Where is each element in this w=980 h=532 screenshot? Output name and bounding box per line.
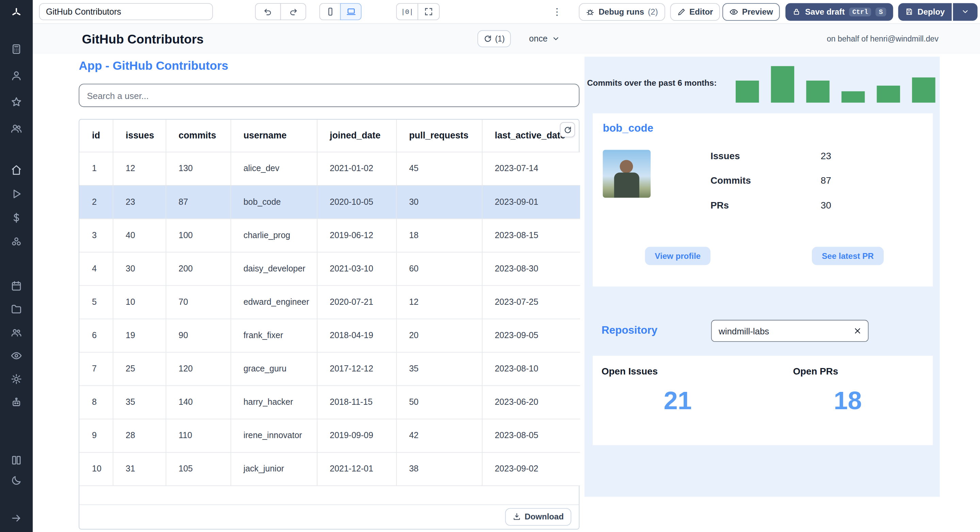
device-toggle-group	[319, 3, 361, 20]
home-icon[interactable]	[10, 164, 23, 176]
redo-button[interactable]	[280, 3, 306, 20]
kebab-menu[interactable]: ⋮	[550, 6, 564, 17]
stat-label: Commits	[711, 175, 821, 186]
align-icon: |0|	[401, 8, 414, 15]
gear-icon[interactable]	[10, 373, 23, 385]
table-cell: 35	[113, 385, 165, 419]
repository-input-wrap	[711, 320, 869, 342]
debug-runs-button[interactable]: Debug runs (2)	[579, 3, 665, 21]
table-cell: 28	[113, 419, 165, 452]
undo-redo-group	[255, 3, 306, 20]
layout-tools-group: |0|	[396, 3, 440, 20]
undo-button[interactable]	[255, 3, 281, 20]
deploy-group: Deploy	[898, 3, 978, 21]
kbd-s: S	[876, 7, 886, 16]
see-latest-pr-button[interactable]: See latest PR	[812, 247, 884, 265]
docs-icon[interactable]	[10, 454, 23, 467]
moon-icon[interactable]	[10, 474, 23, 487]
table-row[interactable]: 51070edward_engineer2020-07-21122023-07-…	[79, 285, 580, 319]
play-icon[interactable]	[10, 188, 23, 200]
table-cell: 30	[113, 252, 165, 285]
users-icon[interactable]	[10, 122, 23, 135]
table-cell: 130	[166, 152, 231, 185]
table-cell: 2023-09-05	[482, 319, 580, 352]
preview-label: Preview	[742, 7, 773, 16]
bug-icon	[586, 7, 595, 16]
column-header[interactable]: issues	[113, 120, 165, 152]
debug-runs-label: Debug runs	[598, 7, 644, 16]
table-cell: 45	[396, 152, 482, 185]
table-row[interactable]: 1031105jack_junior2021-12-01382023-09-02	[79, 452, 580, 485]
table-row[interactable]: 340100charlie_prog2019-06-12182023-08-15	[79, 218, 580, 252]
table-cell: 2017-12-12	[317, 352, 396, 385]
table-empty-row	[79, 486, 579, 505]
desktop-view-button[interactable]	[340, 3, 362, 20]
table-cell: 2023-09-02	[482, 452, 580, 485]
open-stats-card: Open Issues 21 Open PRs 18	[593, 356, 933, 445]
table-cell: 87	[166, 185, 231, 218]
column-header[interactable]: joined_date	[317, 120, 396, 152]
refresh-icon	[484, 35, 492, 43]
table-refresh-button[interactable]	[560, 122, 575, 137]
column-header[interactable]: commits	[166, 120, 231, 152]
user-icon[interactable]	[10, 69, 23, 82]
calendar-icon[interactable]	[10, 279, 23, 292]
table-cell: jack_junior	[231, 452, 317, 485]
chevron-down-icon	[552, 35, 560, 43]
table-row[interactable]: 22387bob_code2020-10-05302023-09-01	[79, 185, 580, 218]
mobile-view-button[interactable]	[319, 3, 340, 20]
calculator-icon[interactable]	[10, 43, 23, 56]
user-stats: Issues23Commits87PRs30	[711, 143, 918, 218]
contributors-section: App - GitHub Contributors idissuescommit…	[79, 59, 579, 529]
stat-label: Issues	[711, 150, 821, 161]
app-refresh-button[interactable]: (1)	[477, 30, 511, 47]
on-behalf-text: on behalf of henri@windmill.dev	[827, 35, 939, 43]
repository-input[interactable]	[719, 326, 852, 336]
folder-icon[interactable]	[10, 303, 23, 315]
column-header[interactable]: id	[79, 120, 113, 152]
download-button[interactable]: Download	[505, 508, 571, 526]
left-sidebar	[0, 0, 33, 532]
column-header[interactable]: username	[231, 120, 317, 152]
table-row[interactable]: 928110irene_innovator2019-09-09422023-08…	[79, 419, 580, 452]
column-header[interactable]: pull_requests	[396, 120, 482, 152]
table-header-row: idissuescommitsusernamejoined_datepull_r…	[79, 120, 580, 152]
eye-icon[interactable]	[10, 349, 23, 362]
deploy-dropdown-button[interactable]	[953, 3, 978, 21]
open-issues-col: Open Issues 21	[593, 356, 763, 445]
preview-button[interactable]: Preview	[722, 3, 780, 21]
schedule-select[interactable]: once	[525, 30, 564, 47]
table-row[interactable]: 835140harry_hacker2018-11-15502023-06-20	[79, 385, 580, 419]
download-icon	[513, 513, 521, 521]
align-button[interactable]: |0|	[396, 3, 418, 20]
resources-icon[interactable]	[10, 235, 23, 248]
user-card-username: bob_code	[603, 122, 923, 135]
windmill-logo[interactable]	[10, 6, 23, 19]
dollar-icon[interactable]	[10, 211, 23, 224]
table-cell: 105	[166, 452, 231, 485]
close-icon[interactable]	[852, 325, 863, 337]
robot-icon[interactable]	[10, 396, 23, 408]
table-row[interactable]: 112130alice_dev2021-01-02452023-07-14	[79, 152, 580, 185]
groups-icon[interactable]	[10, 326, 23, 339]
app-title-input[interactable]	[39, 3, 213, 20]
table-cell: 200	[166, 252, 231, 285]
fullscreen-button[interactable]	[417, 3, 440, 20]
editor-button[interactable]: Editor	[670, 3, 720, 21]
table-cell: 2023-07-25	[482, 285, 580, 319]
expand-sidebar-icon[interactable]	[10, 512, 23, 524]
table-row[interactable]: 430200daisy_developer2021-03-10602023-08…	[79, 252, 580, 285]
table-row[interactable]: 61990frank_fixer2018-04-19202023-09-05	[79, 319, 580, 352]
deploy-button[interactable]: Deploy	[898, 3, 952, 21]
schedule-value: once	[529, 34, 547, 43]
table-row[interactable]: 725120grace_guru2017-12-12352023-08-10	[79, 352, 580, 385]
table-cell: alice_dev	[231, 152, 317, 185]
star-icon[interactable]	[10, 95, 23, 108]
table-cell: 12	[396, 285, 482, 319]
table-cell: 50	[396, 385, 482, 419]
search-input[interactable]	[79, 84, 579, 107]
chart-bar	[877, 86, 900, 103]
view-profile-button[interactable]: View profile	[645, 247, 711, 265]
table-cell: 31	[113, 452, 165, 485]
save-draft-button[interactable]: Save draft Ctrl S	[786, 3, 893, 21]
